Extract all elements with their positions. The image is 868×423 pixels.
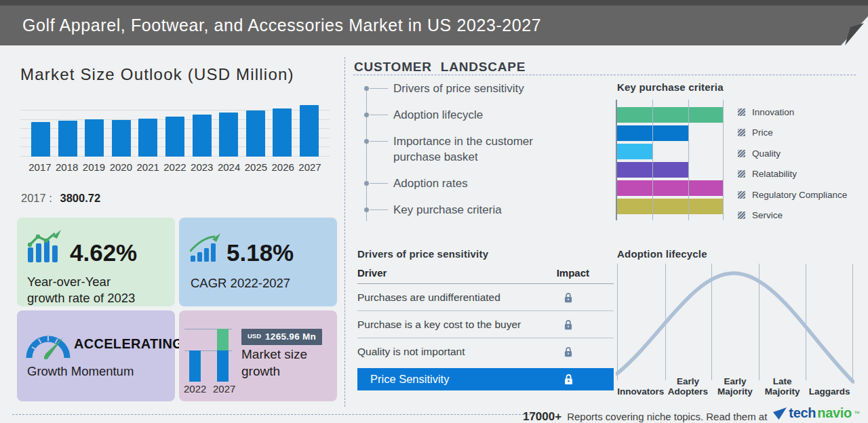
momentum-value: ACCELERATING — [74, 336, 183, 352]
market-size-bar — [58, 121, 77, 157]
customer-landscape-title: CUSTOMER LANDSCAPE — [354, 60, 526, 75]
logo-trademark: ™ — [854, 410, 860, 417]
customer-landscape-item-label: Drivers of price sensitivity — [393, 82, 524, 95]
key-purchase-criteria-title: Key purchase criteria — [617, 81, 724, 93]
adoption-lifecycle-title: Adoption lifecycle — [617, 248, 707, 260]
yoy-growth-card: 4.62% Year-over-Year growth rate of 2023 — [17, 218, 175, 306]
price-sensitivity-row: Purchase is a key cost to the buyer — [357, 311, 614, 338]
market-size-growth-card: 2022 2027 USD1265.96 Mn Market size grow… — [179, 310, 337, 401]
adoption-lifecycle-chart: InnovatorsEarly AdoptersEarly MajorityLa… — [616, 264, 854, 397]
kpc-legend-label: Relatability — [752, 169, 797, 179]
year-tick-label: 2025 — [243, 161, 270, 173]
footer-message: Reports covering niche topics. Read them… — [567, 411, 767, 422]
price-sensitivity-row: Purchases are undifferentiated — [357, 284, 614, 311]
kpc-gridline — [723, 100, 724, 220]
driver-label: Quality is not important — [357, 346, 465, 358]
legend-hatch-marker-icon — [738, 212, 745, 219]
key-purchase-criteria-legend: InnovationPriceQualityRelatabilityRegula… — [738, 102, 847, 226]
year-tick-label: 2017 — [26, 161, 54, 173]
customer-landscape-item: Adoption rates — [366, 176, 570, 191]
year-tick-label: 2019 — [81, 161, 108, 173]
cagr-card: 5.18% CAGR 2022-2027 — [179, 218, 337, 306]
bullet-connector — [370, 115, 388, 115]
customer-landscape-item: Key purchase criteria — [366, 202, 570, 218]
technavio-mark-icon — [772, 407, 787, 420]
price-sensitivity-rows: Purchases are undifferentiatedPurchase i… — [357, 284, 614, 365]
bullet-dot-icon — [364, 207, 369, 212]
infographic-page: Golf Apparel, Footwear, and Accessories … — [0, 0, 868, 423]
customer-landscape-item: Adoption lifecycle — [366, 107, 570, 123]
kpc-legend-item: Relatability — [738, 164, 847, 185]
kpc-legend-item: Service — [738, 205, 847, 226]
customer-landscape-list: Drivers of price sensitivityAdoption lif… — [366, 81, 570, 228]
adoption-stage-label: Laggards — [806, 386, 853, 397]
customer-landscape-item-label: Adoption rates — [393, 177, 468, 190]
page-corner-fold-icon — [807, 0, 868, 45]
kpc-legend-label: Service — [752, 210, 783, 220]
price-sensitivity-table: Driver Impact Purchases are undifferenti… — [357, 267, 614, 365]
column-driver: Driver — [357, 267, 387, 279]
kpc-legend-item: Quality — [738, 143, 847, 164]
kpc-bar-regulatory-compliance — [617, 180, 724, 196]
market-size-title: Market Size Outlook (USD Million) — [20, 65, 294, 84]
legend-hatch-marker-icon — [738, 150, 745, 157]
bullet-connector — [370, 209, 388, 210]
customer-landscape-item-label: Key purchase criteria — [393, 203, 502, 216]
kpc-bar-quality — [617, 144, 652, 159]
market-size-callout: 2017 : 3800.72 — [21, 192, 100, 205]
logo-navio: navio — [817, 405, 852, 421]
kpc-legend-label: Quality — [752, 148, 781, 159]
header-bar: Golf Apparel, Footwear, and Accessories … — [0, 0, 868, 45]
market-size-bar — [193, 115, 212, 157]
bullet-dot-icon — [364, 113, 369, 117]
technavio-logo[interactable]: technavio™ — [772, 405, 860, 421]
adoption-stage-label: Early Majority — [711, 376, 759, 397]
year-tick-label: 2024 — [216, 161, 243, 173]
kpc-legend-item: Innovation — [738, 102, 847, 123]
year-tick-label: 2023 — [189, 161, 216, 173]
callout-separator: : — [49, 192, 52, 204]
bullet-connector — [370, 88, 388, 89]
kpc-legend-label: Price — [752, 127, 773, 138]
year-tick-label: 2018 — [54, 161, 81, 173]
adoption-stage-labels: InnovatorsEarly AdoptersEarly MajorityLa… — [617, 376, 853, 397]
market-size-bar — [138, 119, 157, 157]
customer-landscape-item-label: Importance in the customer purchase bask… — [393, 135, 533, 163]
page-title: Golf Apparel, Footwear, and Accessories … — [22, 16, 541, 35]
driver-label: Purchases are undifferentiated — [357, 291, 500, 304]
market-size-bar — [85, 119, 104, 157]
bullet-connector — [370, 183, 388, 184]
mini-bar-2027-growth — [217, 329, 229, 350]
kpc-legend-label: Regulatory Compliance — [752, 190, 847, 200]
bullet-dot-icon — [364, 181, 369, 186]
market-size-bar — [112, 120, 131, 157]
column-impact: Impact — [557, 267, 589, 279]
growth-arrow-icon — [190, 233, 221, 262]
kpc-bar-service — [617, 199, 724, 214]
customer-landscape-underline — [353, 75, 856, 75]
adoption-stage-label: Innovators — [617, 386, 665, 397]
year-tick-label: 2020 — [107, 161, 134, 173]
mini-bar-2027-base — [217, 350, 229, 382]
footer-divider — [12, 414, 555, 415]
bullet-dot-icon — [364, 139, 369, 144]
report-count: 17000+ — [523, 410, 561, 423]
yoy-label: Year-over-Year growth rate of 2023 — [27, 274, 135, 306]
bullet-dot-icon — [364, 86, 369, 91]
speedometer-icon — [25, 328, 71, 361]
growth-amount-badge: USD1265.96 Mn — [241, 329, 322, 345]
price-sensitivity-row: Quality is not important — [357, 338, 614, 365]
kpc-legend-item: Price — [738, 123, 847, 144]
market-size-bar — [300, 105, 319, 157]
growth-momentum-card: ACCELERATING Growth Momentum — [17, 310, 175, 401]
driver-label: Purchase is a key cost to the buyer — [357, 319, 521, 331]
legend-hatch-marker-icon — [738, 108, 745, 116]
lock-icon — [564, 292, 574, 303]
year-tick-label: 2022 — [161, 161, 189, 173]
growth-label: Market size growth — [241, 346, 321, 380]
year-tick-label: 2026 — [269, 161, 296, 173]
adoption-stage-label: Late Majority — [759, 376, 806, 397]
price-sensitivity-highlight-row: Price Sensitivity — [357, 368, 614, 390]
market-size-bar — [246, 110, 265, 157]
badge-amount: 1265.96 Mn — [265, 331, 316, 342]
